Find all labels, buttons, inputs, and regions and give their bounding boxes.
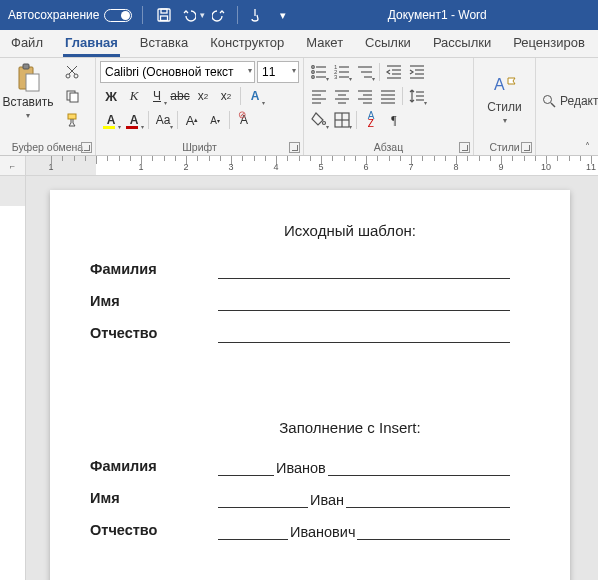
blank-line <box>328 458 510 476</box>
tab-references[interactable]: Ссылки <box>354 29 422 57</box>
superscript-button[interactable]: x2 <box>215 85 237 107</box>
ruler-corner[interactable]: ⌐ <box>0 156 26 175</box>
chevron-down-icon: ▾ <box>503 116 507 125</box>
line-spacing-button[interactable]: ▾ <box>406 85 428 107</box>
change-case-button[interactable]: Aa▾ <box>152 109 174 131</box>
blank-line <box>218 293 510 311</box>
svg-text:A: A <box>494 76 505 93</box>
svg-rect-5 <box>26 74 39 91</box>
dialog-launcher-styles[interactable] <box>521 142 532 153</box>
blank-line <box>357 522 510 540</box>
blank-line <box>218 261 510 279</box>
clear-formatting-button[interactable]: A⊘ <box>233 109 255 131</box>
align-right-button[interactable] <box>354 85 376 107</box>
autosave-label: Автосохранение <box>8 8 99 22</box>
chevron-down-icon: ▾ <box>196 10 205 20</box>
align-center-button[interactable] <box>331 85 353 107</box>
cut-button[interactable] <box>54 61 90 83</box>
align-left-button[interactable] <box>308 85 330 107</box>
shading-button[interactable]: ▾ <box>308 109 330 131</box>
paste-icon <box>14 63 42 93</box>
paste-label: Вставить <box>3 95 54 109</box>
sort-button[interactable]: AZ <box>360 109 382 131</box>
font-name-combo[interactable]: Calibri (Основной текст ▾ <box>100 61 255 83</box>
svg-line-59 <box>551 103 555 107</box>
bold-button[interactable]: Ж <box>100 85 122 107</box>
styles-icon: A <box>491 72 519 98</box>
section-title-1: Исходный шаблон: <box>230 222 470 239</box>
svg-point-11 <box>312 66 315 69</box>
tab-insert[interactable]: Вставка <box>129 29 199 57</box>
tab-file[interactable]: Файл <box>0 29 54 57</box>
dialog-launcher-paragraph[interactable] <box>459 142 470 153</box>
tab-mailings[interactable]: Рассылки <box>422 29 502 57</box>
undo-icon <box>180 7 196 23</box>
dialog-launcher-font[interactable] <box>289 142 300 153</box>
field-label-firstname: Имя <box>90 490 218 508</box>
collapse-ribbon-button[interactable]: ˄ <box>580 139 594 153</box>
italic-button[interactable]: К <box>123 85 145 107</box>
editing-button[interactable]: Редакт <box>542 94 598 108</box>
save-button[interactable] <box>151 2 177 28</box>
dialog-launcher-clipboard[interactable] <box>81 142 92 153</box>
paste-button[interactable]: Вставить ▾ <box>4 63 52 120</box>
redo-button[interactable] <box>207 2 233 28</box>
undo-button[interactable]: ▾ <box>179 2 205 28</box>
shrink-font-button[interactable]: A▾ <box>204 109 226 131</box>
tab-design[interactable]: Конструктор <box>199 29 295 57</box>
document-page[interactable]: Исходный шаблон: Фамилия Имя Отчество За… <box>50 190 570 580</box>
tab-review[interactable]: Рецензиров <box>502 29 596 57</box>
field-label-patronymic: Отчество <box>90 522 218 540</box>
ribbon: Вставить ▾ Буфер обмена <box>0 58 598 156</box>
save-icon <box>156 7 172 23</box>
decrease-indent-button[interactable] <box>383 61 405 83</box>
bullet-list-button[interactable]: ▾ <box>308 61 330 83</box>
underline-button[interactable]: Ч▾ <box>146 85 168 107</box>
field-label-firstname: Имя <box>90 293 218 311</box>
cut-icon <box>64 64 80 80</box>
svg-rect-1 <box>161 9 167 13</box>
svg-point-6 <box>66 74 70 78</box>
subscript-button[interactable]: x2 <box>192 85 214 107</box>
svg-text:3: 3 <box>334 74 338 80</box>
grow-font-button[interactable]: A▴ <box>181 109 203 131</box>
format-painter-button[interactable] <box>54 109 90 131</box>
touch-icon <box>247 7 263 23</box>
tab-layout[interactable]: Макет <box>295 29 354 57</box>
chevron-down-icon: ▾ <box>248 66 252 75</box>
svg-rect-9 <box>70 93 78 102</box>
show-marks-button[interactable]: ¶ <box>383 109 405 131</box>
qat-customize-button[interactable]: ▾ <box>270 2 296 28</box>
document-title: Документ1 - Word <box>296 8 598 22</box>
horizontal-ruler[interactable]: 11234567891011 <box>26 156 598 175</box>
value-firstname: Иван <box>308 492 346 508</box>
text-effects-button[interactable]: A▾ <box>244 85 266 107</box>
multilevel-list-button[interactable]: ▾ <box>354 61 376 83</box>
styles-button[interactable]: A Стили ▾ <box>474 58 535 139</box>
touch-mode-button[interactable] <box>242 2 268 28</box>
highlight-button[interactable]: A▾ <box>100 109 122 131</box>
numbered-list-button[interactable]: 123▾ <box>331 61 353 83</box>
copy-button[interactable] <box>54 85 90 107</box>
tab-home[interactable]: Главная <box>54 29 129 57</box>
font-color-button[interactable]: A▾ <box>123 109 145 131</box>
borders-button[interactable]: ▾ <box>331 109 353 131</box>
justify-button[interactable] <box>377 85 399 107</box>
group-label-paragraph: Абзац <box>374 141 403 153</box>
blank-line <box>218 490 308 508</box>
svg-rect-0 <box>158 9 170 21</box>
chevron-down-icon: ▾ <box>26 111 30 120</box>
strikethrough-button[interactable]: abc <box>169 85 191 107</box>
font-size-combo[interactable]: 11 ▾ <box>257 61 299 83</box>
autosave-toggle[interactable]: Автосохранение <box>0 8 140 22</box>
svg-point-58 <box>544 95 552 103</box>
value-lastname: Иванов <box>274 460 328 476</box>
field-label-lastname: Фамилия <box>90 261 218 279</box>
svg-rect-2 <box>161 16 168 21</box>
vertical-ruler[interactable] <box>0 176 26 580</box>
increase-indent-button[interactable] <box>406 61 428 83</box>
section-title-2: Заполнение с Insert: <box>230 419 470 436</box>
field-label-patronymic: Отчество <box>90 325 218 343</box>
toggle-switch-icon <box>104 9 132 22</box>
field-label-lastname: Фамилия <box>90 458 218 476</box>
